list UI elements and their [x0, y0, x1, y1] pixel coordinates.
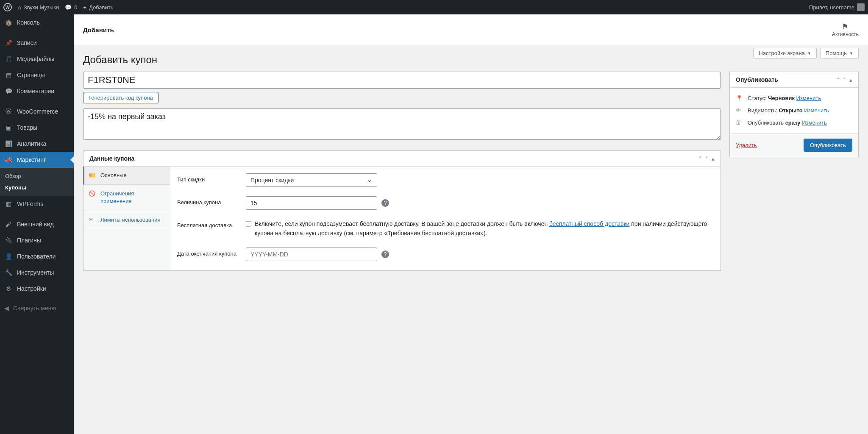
menu-appearance[interactable]: 🖌Внешний вид — [0, 216, 74, 232]
status-label: Статус: — [748, 95, 767, 101]
free-shipping-label: Бесплатная доставка — [177, 219, 246, 228]
caret-up-icon[interactable]: ▴ — [712, 156, 715, 162]
menu-woocommerce[interactable]: ⓦWooCommerce — [0, 103, 74, 120]
schedule-value: сразу — [785, 120, 801, 126]
menu-media[interactable]: 🎵Медиафайлы — [0, 51, 74, 67]
coupon-amount-label: Величина купона — [177, 196, 246, 206]
coupon-code-input[interactable] — [83, 72, 721, 89]
add-new-link[interactable]: + Добавить — [83, 4, 113, 11]
status-value: Черновик — [768, 95, 795, 101]
plus-icon: + — [83, 4, 86, 11]
tab-limits[interactable]: ✳Лимиты использования — [83, 211, 170, 229]
page-title: Добавить купон — [83, 45, 859, 72]
coupon-description-textarea[interactable]: -15% на первый заказ — [83, 108, 721, 140]
brush-icon: 🖌 — [4, 220, 13, 228]
chevron-down-icon: ▼ — [807, 51, 811, 56]
publish-button[interactable]: Опубликовать — [804, 139, 852, 152]
discount-type-label: Тип скидки — [177, 173, 246, 183]
site-name-link[interactable]: ⌂ Звуки Музыки — [18, 4, 59, 11]
edit-schedule-link[interactable]: Изменить — [802, 120, 827, 126]
chevron-up-icon[interactable]: ˄ — [699, 156, 702, 162]
menu-comments[interactable]: 💬Комментарии — [0, 83, 74, 99]
edit-status-link[interactable]: Изменить — [796, 95, 821, 101]
edit-visibility-link[interactable]: Изменить — [804, 107, 829, 114]
gauge-icon: 🏠 — [4, 18, 13, 27]
media-icon: 🎵 — [4, 55, 13, 63]
megaphone-icon: 📣 — [4, 156, 13, 164]
menu-tools[interactable]: 🔧Инструменты — [0, 264, 74, 281]
publish-box: Опубликовать ˄ ˅ ▴ 📍 Статус: Черновик Из… — [729, 72, 859, 157]
user-greeting[interactable]: Привет, username — [809, 3, 865, 11]
delete-link[interactable]: Удалить — [736, 142, 757, 148]
archive-icon: ▣ — [4, 123, 13, 132]
key-icon: 📍 — [736, 95, 743, 101]
menu-posts[interactable]: 📌Записи — [0, 35, 74, 51]
comment-icon: 💬 — [65, 4, 72, 11]
menu-pages[interactable]: ▤Страницы — [0, 67, 74, 83]
menu-analytics[interactable]: 📊Аналитика — [0, 136, 74, 152]
menu-wpforms[interactable]: ▦WPForms — [0, 196, 74, 212]
tab-restriction[interactable]: 🚫Ограничения применения — [83, 185, 170, 211]
admin-menu: 🏠Консоль 📌Записи 🎵Медиафайлы ▤Страницы 💬… — [0, 14, 74, 434]
avatar — [857, 3, 865, 11]
wp-logo[interactable]: W — [3, 3, 12, 11]
schedule-label: Опубликовать — [748, 120, 784, 126]
collapse-menu[interactable]: ◀Свернуть меню — [0, 301, 74, 315]
page-icon: ▤ — [4, 71, 13, 79]
chevron-down-icon[interactable]: ˅ — [705, 156, 708, 162]
discount-type-select[interactable]: Процент скидки — [246, 173, 377, 187]
menu-dashboard[interactable]: 🏠Консоль — [0, 14, 74, 31]
admin-toolbar: W ⌂ Звуки Музыки 💬 0 + Добавить Привет, … — [0, 0, 868, 14]
sliders-icon: ⚙ — [4, 284, 13, 293]
menu-marketing[interactable]: 📣Маркетинг — [0, 152, 74, 168]
wrench-icon: 🔧 — [4, 268, 13, 277]
greeting-text: Привет, username — [809, 4, 854, 11]
free-shipping-link[interactable]: бесплатный способ доставки — [549, 220, 629, 227]
expiry-date-input[interactable] — [246, 248, 377, 261]
comments-link[interactable]: 💬 0 — [65, 4, 77, 11]
chevron-down-icon[interactable]: ˅ — [843, 77, 846, 83]
tab-general[interactable]: 🎫Основные — [83, 167, 170, 185]
menu-plugins[interactable]: 🔌Плагины — [0, 232, 74, 248]
submenu-overview[interactable]: Обзор — [0, 170, 74, 182]
visibility-value: Открыто — [779, 107, 802, 114]
pin-icon: 📌 — [4, 39, 13, 47]
chevron-down-icon: ▼ — [849, 51, 853, 56]
activity-panel-toggle[interactable]: ⚑ Активность — [832, 22, 859, 37]
generate-code-button[interactable]: Генерировать код купона — [83, 92, 159, 103]
caret-up-icon[interactable]: ▴ — [849, 77, 852, 83]
help-icon[interactable]: ? — [381, 250, 389, 258]
chevron-left-icon: ◀ — [4, 305, 9, 312]
menu-settings[interactable]: ⚙Настройки — [0, 281, 74, 297]
plug-icon: 🔌 — [4, 236, 13, 245]
asterisk-icon: ✳ — [89, 216, 96, 224]
chart-icon: 📊 — [4, 139, 13, 148]
coupon-amount-input[interactable] — [246, 196, 377, 210]
eye-icon: 👁 — [736, 107, 743, 114]
submenu-coupons[interactable]: Купоны — [0, 182, 74, 193]
menu-products[interactable]: ▣Товары — [0, 120, 74, 136]
screen-options-button[interactable]: Настройки экрана▼ — [753, 48, 816, 58]
visibility-label: Видимость: — [748, 107, 777, 114]
ticket-icon: 🎫 — [89, 172, 96, 179]
activity-label: Активность — [832, 31, 859, 37]
ban-icon: 🚫 — [89, 190, 96, 198]
page-action-title: Добавить — [83, 26, 114, 33]
user-icon: 👤 — [4, 252, 13, 261]
help-icon[interactable]: ? — [381, 199, 389, 207]
site-name: Звуки Музыки — [24, 4, 59, 11]
help-button[interactable]: Помощь▼ — [820, 48, 859, 58]
comment-icon: 💬 — [4, 87, 13, 95]
form-icon: ▦ — [4, 200, 13, 208]
expiry-date-label: Дата окончания купона — [177, 248, 246, 257]
menu-users[interactable]: 👤Пользователи — [0, 248, 74, 264]
free-shipping-description: Включите, если купон подразумевает беспл… — [255, 219, 714, 238]
chevron-up-icon[interactable]: ˄ — [837, 77, 840, 83]
flag-icon: ⚑ — [832, 22, 859, 31]
coupon-data-box: Данные купона ˄ ˅ ▴ 🎫Основные 🚫Ограничен… — [83, 150, 721, 271]
title-bar: Добавить ⚑ Активность — [74, 14, 868, 45]
comments-count: 0 — [74, 4, 77, 11]
home-icon: ⌂ — [18, 4, 21, 11]
main-content: Добавить ⚑ Активность Настройки экрана▼ … — [74, 14, 868, 434]
free-shipping-checkbox[interactable] — [246, 220, 251, 227]
